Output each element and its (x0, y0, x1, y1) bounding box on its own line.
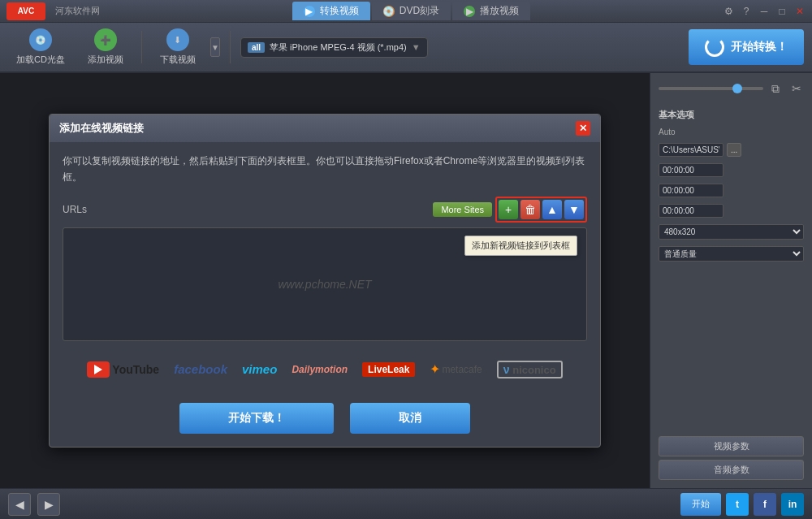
dropdown-arrow[interactable]: ▼ (210, 37, 220, 57)
time-row-2 (659, 184, 804, 197)
main-area: 添加在线视频链接 ✕ 你可以复制视频链接的地址，然后粘贴到下面的列表框里。你也可… (0, 73, 812, 488)
format-label: 苹果 iPhone MPEG-4 视频 (*.mp4) (270, 41, 407, 54)
modal-cancel-button[interactable]: 取消 (350, 403, 470, 434)
modal-start-button[interactable]: 开始下载！ (179, 403, 334, 434)
modal-footer: 开始下载！ 取消 (50, 403, 600, 447)
format-dropdown-icon: ▼ (412, 42, 421, 52)
dailymotion-logo: Dailymotion (292, 364, 348, 375)
play-icon: ▶ (464, 6, 475, 17)
modal-title: 添加在线视频链接 (59, 121, 144, 136)
close-icon[interactable]: ✕ (794, 6, 806, 17)
auto-row: Auto (659, 128, 804, 136)
modal-dialog: 添加在线视频链接 ✕ 你可以复制视频链接的地址，然后粘贴到下面的列表框里。你也可… (49, 114, 601, 447)
top-bar-left: AVC 河东软件网 (6, 2, 100, 20)
format-selector[interactable]: all 苹果 iPhone MPEG-4 视频 (*.mp4) ▼ (240, 37, 428, 58)
slider-track[interactable] (659, 87, 763, 90)
slider-thumb[interactable] (732, 84, 742, 93)
niconico-symbol: ν (503, 363, 510, 376)
tab-convert[interactable]: ▶ 转换视频 (292, 2, 370, 20)
path-input[interactable] (659, 143, 723, 157)
facebook-button[interactable]: f (754, 493, 776, 516)
supported-sites-logos: YouTube facebook vimeo Dailymotion LiveL… (63, 352, 587, 391)
site-name: 河东软件网 (55, 5, 100, 17)
resolution-select[interactable]: 480x320 (659, 224, 804, 240)
cd-icon: 💿 (29, 28, 52, 51)
add-video-icon: ➕ (94, 28, 117, 51)
start-bottom-button[interactable]: 开始 (680, 493, 721, 516)
time-input-2[interactable] (659, 184, 723, 197)
twitter-button[interactable]: t (726, 493, 749, 516)
vimeo-logo: vimeo (242, 362, 277, 376)
tab-play[interactable]: ▶ 播放视频 (452, 2, 530, 20)
tab-dvd[interactable]: 💿 DVD刻录 (372, 2, 451, 20)
urls-label: URLs (63, 204, 87, 215)
audio-params-button[interactable]: 音频参数 (659, 460, 804, 480)
toolbar: 💿 加载CD光盘 ➕ 添加视频 ⬇ 下载视频 ▼ all 苹果 iPhone M… (0, 23, 812, 73)
modal-close-button[interactable]: ✕ (576, 121, 590, 136)
dvd-icon: 💿 (383, 6, 395, 17)
time-input-1[interactable] (659, 163, 723, 177)
time-row-1 (659, 163, 804, 177)
settings-icon[interactable]: ⚙ (723, 6, 734, 17)
minimize-icon[interactable]: ─ (758, 6, 770, 17)
auto-label: Auto (659, 128, 676, 136)
volume-slider: ⧉ ✂ (659, 81, 804, 96)
youtube-icon (87, 361, 110, 378)
add-cd-label: 加载CD光盘 (16, 54, 65, 66)
add-video-label: 添加视频 (88, 54, 123, 66)
scissors-icon[interactable]: ✂ (789, 81, 804, 96)
liveleak-logo: LiveLeak (362, 362, 415, 377)
quality-select[interactable]: 普通质量 (659, 246, 804, 262)
right-panel: ⧉ ✂ 基本选项 Auto ... 480x320 普通质量 视频参数 (650, 73, 812, 488)
url-action-buttons: More Sites + 🗑 ▲ ▼ 添加新视频链接到列表框 (433, 197, 587, 223)
move-up-button[interactable]: ▲ (542, 200, 562, 219)
metacafe-text: metacafe (442, 364, 482, 375)
start-convert-button[interactable]: 开始转换！ (689, 29, 804, 65)
watermark-text: www.pchome.NET (278, 278, 371, 291)
youtube-logo: YouTube (87, 361, 159, 378)
divider-2 (230, 31, 231, 63)
logo-text: AVC (18, 6, 34, 15)
bottom-bar: ◀ ▶ 开始 t f in (0, 488, 812, 519)
download-label: 下载视频 (160, 54, 196, 66)
next-button[interactable]: ▶ (37, 493, 60, 516)
content-area: 添加在线视频链接 ✕ 你可以复制视频链接的地址，然后粘贴到下面的列表框里。你也可… (0, 73, 650, 488)
download-video-button[interactable]: ⬇ 下载视频 (152, 24, 204, 71)
add-url-tooltip: 添加新视频链接到列表框 (464, 236, 577, 256)
window-controls: ⚙ ? ─ □ ✕ (723, 6, 806, 17)
video-params-button[interactable]: 视频参数 (659, 436, 804, 456)
more-sites-button[interactable]: More Sites (433, 202, 492, 217)
download-icon: ⬇ (166, 28, 189, 51)
maximize-icon[interactable]: □ (776, 6, 788, 17)
add-cd-button[interactable]: 💿 加载CD光盘 (8, 24, 73, 71)
youtube-text: YouTube (112, 363, 159, 376)
start-label: 开始转换！ (731, 40, 788, 54)
tab-dvd-label: DVD刻录 (400, 4, 439, 18)
app-logo: AVC (6, 2, 45, 20)
divider-1 (141, 31, 142, 63)
browse-folder-button[interactable]: ... (727, 143, 741, 157)
move-down-button[interactable]: ▼ (564, 200, 584, 219)
niconico-text: niconico (512, 364, 555, 376)
modal-overlay: 添加在线视频链接 ✕ 你可以复制视频链接的地址，然后粘贴到下面的列表框里。你也可… (0, 73, 650, 488)
help-icon[interactable]: ? (741, 6, 752, 17)
modal-description: 你可以复制视频链接的地址，然后粘贴到下面的列表框里。你也可以直接拖动Firefo… (63, 154, 587, 184)
delete-url-button[interactable]: 🗑 (520, 200, 540, 219)
tab-play-label: 播放视频 (480, 4, 519, 18)
youtube-play-icon (94, 365, 102, 374)
facebook-logo: facebook (174, 362, 227, 376)
path-row: ... (659, 143, 804, 157)
copy-icon[interactable]: ⧉ (768, 81, 783, 96)
linkedin-button[interactable]: in (781, 493, 804, 516)
add-url-button[interactable]: + (499, 200, 518, 219)
url-section-header: URLs More Sites + 🗑 ▲ ▼ 添加新视频链接到列表框 (63, 197, 587, 223)
add-video-button[interactable]: ➕ 添加视频 (80, 24, 132, 71)
top-bar: AVC 河东软件网 ▶ 转换视频 💿 DVD刻录 ▶ 播放视频 ⚙ ? ─ □ … (0, 0, 812, 23)
prev-button[interactable]: ◀ (8, 493, 31, 516)
time-input-3[interactable] (659, 204, 723, 218)
panel-bottom-buttons: 视频参数 音频参数 (659, 436, 804, 480)
tab-convert-label: 转换视频 (320, 4, 359, 18)
time-row-3 (659, 204, 804, 218)
convert-icon: ▶ (304, 6, 315, 17)
format-badge: all (248, 42, 265, 53)
